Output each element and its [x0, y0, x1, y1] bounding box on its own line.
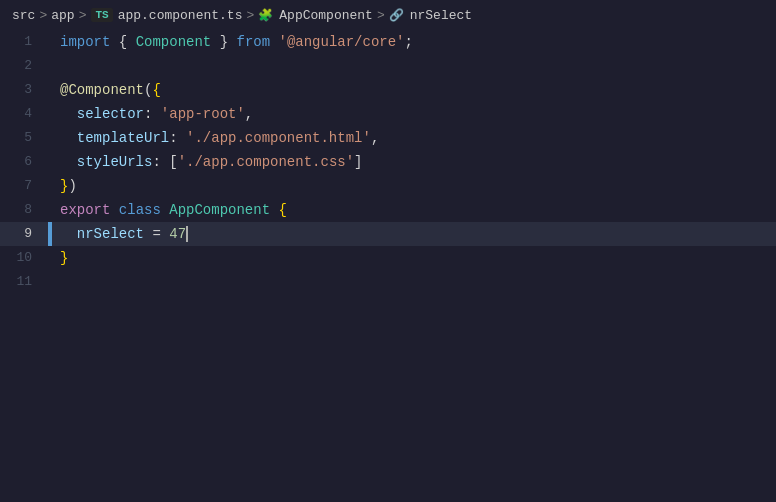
breadcrumb-sep1: >	[39, 8, 47, 23]
breadcrumb: src > app > TS app.component.ts > 🧩 AppC…	[0, 0, 776, 30]
line-number-1: 1	[0, 30, 48, 54]
code-content-5: templateUrl: './app.component.html',	[52, 126, 379, 150]
breadcrumb-filename[interactable]: app.component.ts	[118, 8, 243, 23]
breadcrumb-member[interactable]: nrSelect	[410, 8, 472, 23]
breadcrumb-sep4: >	[377, 8, 385, 23]
code-content-8: export class AppComponent {	[52, 198, 287, 222]
code-content-1: import { Component } from '@angular/core…	[52, 30, 413, 54]
line-indicator-2	[48, 54, 52, 78]
line-number-6: 6	[0, 150, 48, 174]
code-line-6: 6 styleUrls: ['./app.component.css']	[0, 150, 776, 174]
code-content-4: selector: 'app-root',	[52, 102, 253, 126]
breadcrumb-ts-badge: TS	[91, 8, 112, 22]
line-number-5: 5	[0, 126, 48, 150]
code-line-7: 7 })	[0, 174, 776, 198]
component-icon: 🧩	[258, 8, 273, 23]
code-content-10: }	[52, 246, 68, 270]
line-indicator-11	[48, 270, 52, 294]
breadcrumb-sep2: >	[79, 8, 87, 23]
breadcrumb-sep3: >	[246, 8, 254, 23]
text-cursor	[186, 226, 188, 242]
member-icon: 🔗	[389, 8, 404, 23]
line-number-9: 9	[0, 222, 48, 246]
code-line-1: 1 import { Component } from '@angular/co…	[0, 30, 776, 54]
code-line-11: 11	[0, 270, 776, 294]
code-content-6: styleUrls: ['./app.component.css']	[52, 150, 363, 174]
line-number-2: 2	[0, 54, 48, 78]
line-number-11: 11	[0, 270, 48, 294]
code-content-9: nrSelect = 47	[52, 222, 188, 246]
line-number-3: 3	[0, 78, 48, 102]
code-line-8: 8 export class AppComponent {	[0, 198, 776, 222]
code-line-3: 3 @Component({	[0, 78, 776, 102]
code-content-7: })	[52, 174, 77, 198]
code-line-9: 9 nrSelect = 47	[0, 222, 776, 246]
code-line-5: 5 templateUrl: './app.component.html',	[0, 126, 776, 150]
code-line-10: 10 }	[0, 246, 776, 270]
breadcrumb-src[interactable]: src	[12, 8, 35, 23]
code-content-3: @Component({	[52, 78, 161, 102]
breadcrumb-component[interactable]: AppComponent	[279, 8, 373, 23]
line-number-7: 7	[0, 174, 48, 198]
code-line-2: 2	[0, 54, 776, 78]
code-editor[interactable]: 1 import { Component } from '@angular/co…	[0, 30, 776, 502]
line-number-4: 4	[0, 102, 48, 126]
code-line-4: 4 selector: 'app-root',	[0, 102, 776, 126]
breadcrumb-app[interactable]: app	[51, 8, 74, 23]
line-number-8: 8	[0, 198, 48, 222]
line-number-10: 10	[0, 246, 48, 270]
